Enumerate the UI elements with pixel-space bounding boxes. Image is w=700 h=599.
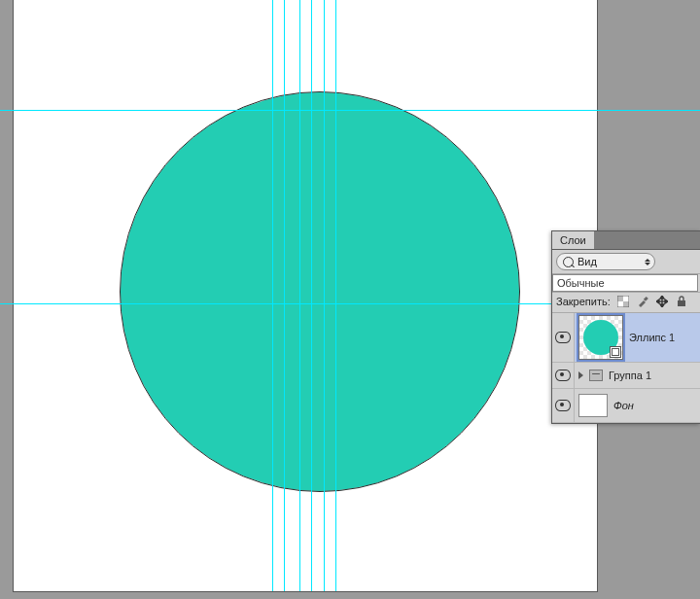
layer-row[interactable]: Фон [552,389,700,423]
stepper-icon [645,259,650,265]
svg-rect-12 [678,300,685,306]
eye-icon [555,400,571,411]
eye-icon [555,332,571,343]
layers-panel: Слои Вид Обычные Закрепить: [551,230,700,424]
layer-thumbnail[interactable] [578,315,623,360]
svg-rect-2 [623,296,629,301]
layer-row[interactable]: Эллипс 1 [552,313,700,363]
folder-icon [589,370,603,381]
svg-marker-10 [656,300,659,303]
blend-mode-row: Обычные [552,274,700,293]
artboard[interactable] [14,0,597,591]
visibility-toggle[interactable] [552,363,575,388]
layer-row-body[interactable]: Группа 1 [575,363,700,388]
guide-vertical[interactable] [311,0,312,591]
eye-icon [555,370,571,381]
svg-rect-3 [617,301,623,307]
panel-tabbar: Слои [552,231,700,250]
svg-rect-0 [617,296,623,301]
layer-thumbnail[interactable] [578,394,608,417]
blend-mode-select[interactable]: Обычные [552,274,698,292]
guide-vertical[interactable] [324,0,325,591]
guide-horizontal[interactable] [0,110,700,111]
layer-row-body[interactable]: Эллипс 1 [575,313,700,362]
move-icon[interactable] [655,295,669,308]
visibility-toggle[interactable] [552,313,575,362]
lock-label: Закрепить: [556,296,611,307]
guide-vertical[interactable] [284,0,285,591]
guide-vertical[interactable] [299,0,300,591]
svg-rect-5 [644,297,648,301]
svg-marker-8 [660,296,664,299]
layer-filter-select[interactable]: Вид [556,253,655,270]
svg-rect-1 [623,301,629,307]
brush-icon[interactable] [636,295,649,308]
layer-row-body[interactable]: Фон [575,389,700,422]
checker-icon[interactable] [616,295,630,308]
layer-filter-label: Вид [578,256,597,267]
lock-icon[interactable] [675,295,688,308]
layer-name[interactable]: Фон [613,400,634,411]
visibility-toggle[interactable] [552,389,575,422]
lock-row: Закрепить: [552,293,700,313]
layer-name[interactable]: Эллипс 1 [629,332,675,343]
vector-mask-icon [610,346,621,358]
search-icon [563,257,574,267]
svg-marker-9 [660,304,664,307]
layer-filter-row: Вид [552,250,700,274]
layers-list: Эллипс 1 Группа 1 Фон [552,313,700,423]
ellipse-shape[interactable] [121,92,519,491]
layer-name[interactable]: Группа 1 [609,370,651,381]
tab-layers[interactable]: Слои [552,231,595,249]
guide-vertical[interactable] [335,0,336,591]
chevron-right-icon[interactable] [578,371,583,379]
layer-row[interactable]: Группа 1 [552,363,700,389]
guide-vertical[interactable] [272,0,273,591]
svg-marker-11 [665,300,668,303]
